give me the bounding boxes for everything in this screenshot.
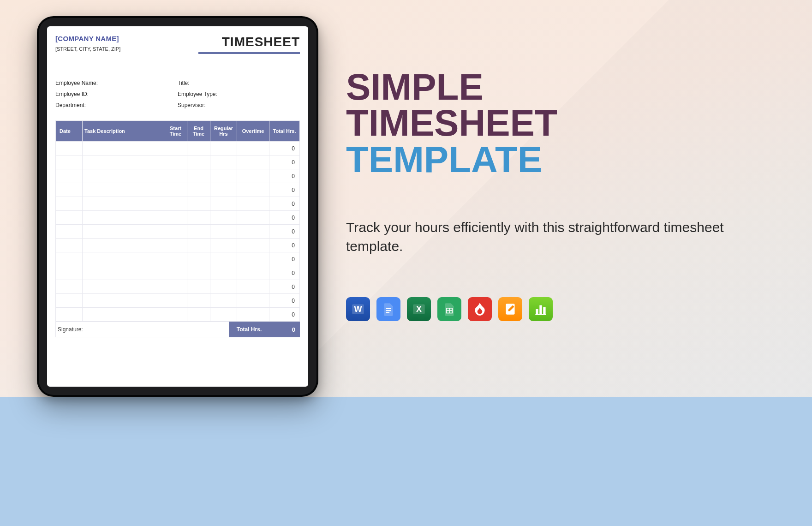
company-name-placeholder: [COMPANY NAME] [55, 35, 120, 42]
cell [164, 183, 187, 197]
cell [83, 252, 164, 266]
cell [237, 308, 269, 322]
cell [210, 225, 237, 239]
cell [164, 197, 187, 211]
table-row: 0 [56, 155, 300, 169]
cell-total: 0 [269, 294, 300, 308]
heading-line-1: SIMPLE [346, 66, 484, 108]
cell [83, 142, 164, 155]
cell [164, 142, 187, 155]
google-sheets-icon[interactable] [437, 297, 461, 321]
col-regular: Regular Hrs [210, 121, 237, 142]
document-title: TIMESHEET [198, 35, 300, 49]
signature-label: Signature: [55, 322, 229, 337]
cell [237, 183, 269, 197]
cell [237, 239, 269, 252]
cell-total: 0 [269, 225, 300, 239]
gsheet-glyph-icon [442, 301, 457, 317]
table-row: 0 [56, 308, 300, 322]
table-row: 0 [56, 225, 300, 239]
cell [83, 266, 164, 280]
cell [187, 155, 210, 169]
table-header-row: Date Task Description Start Time End Tim… [56, 121, 300, 142]
cell [210, 169, 237, 183]
cell [56, 225, 83, 239]
promo-heading: SIMPLE TIMESHEET TEMPLATE [346, 69, 784, 178]
table-footer: Signature: Total Hrs. 0 [55, 322, 300, 337]
cell [164, 266, 187, 280]
cell [56, 197, 83, 211]
cell [210, 266, 237, 280]
cell [164, 252, 187, 266]
cell [210, 211, 237, 225]
tablet-frame: [COMPANY NAME] [STREET, CITY, STATE, ZIP… [37, 16, 318, 397]
cell [164, 280, 187, 294]
cell [187, 239, 210, 252]
heading-line-2: TIMESHEET [346, 102, 557, 143]
cell-total: 0 [269, 155, 300, 169]
svg-text:W: W [354, 305, 362, 314]
cell-total: 0 [269, 169, 300, 183]
cell [210, 294, 237, 308]
cell [56, 252, 83, 266]
app-format-icons: W X [346, 297, 784, 321]
cell [164, 225, 187, 239]
excel-icon[interactable]: X [407, 297, 431, 321]
cell [56, 280, 83, 294]
background-band [0, 397, 812, 526]
footer-total-label: Total Hrs. [229, 322, 269, 337]
svg-rect-3 [386, 310, 391, 311]
promo-panel: SIMPLE TIMESHEET TEMPLATE Track your hou… [346, 69, 784, 321]
numbers-icon[interactable] [529, 297, 553, 321]
col-start: Start Time [164, 121, 187, 142]
cell [83, 280, 164, 294]
cell [187, 197, 210, 211]
pdf-icon[interactable] [468, 297, 492, 321]
cell [83, 294, 164, 308]
footer-total: Total Hrs. 0 [229, 322, 300, 337]
cell-total: 0 [269, 197, 300, 211]
table-row: 0 [56, 252, 300, 266]
col-end: End Time [187, 121, 210, 142]
col-date: Date [56, 121, 83, 142]
document-screen: [COMPANY NAME] [STREET, CITY, STATE, ZIP… [47, 26, 308, 387]
col-task: Task Description [83, 121, 164, 142]
google-docs-icon[interactable] [376, 297, 400, 321]
pages-glyph-icon [502, 301, 518, 317]
title-underline [198, 52, 300, 54]
cell [237, 211, 269, 225]
cell [187, 169, 210, 183]
cell [56, 155, 83, 169]
cell [187, 211, 210, 225]
company-block: [COMPANY NAME] [STREET, CITY, STATE, ZIP… [55, 35, 120, 52]
cell [187, 142, 210, 155]
cell [237, 169, 269, 183]
cell-total: 0 [269, 183, 300, 197]
svg-rect-13 [543, 307, 545, 314]
cell [210, 280, 237, 294]
pages-icon[interactable] [498, 297, 522, 321]
cell [237, 294, 269, 308]
cell [187, 308, 210, 322]
cell [56, 211, 83, 225]
address-placeholder: [STREET, CITY, STATE, ZIP] [55, 46, 120, 52]
cell [237, 197, 269, 211]
word-icon[interactable]: W [346, 297, 370, 321]
svg-rect-2 [386, 308, 391, 309]
table-row: 0 [56, 169, 300, 183]
cell [187, 183, 210, 197]
svg-rect-14 [535, 314, 546, 315]
pdf-glyph-icon [472, 301, 488, 317]
cell [210, 183, 237, 197]
cell [187, 252, 210, 266]
cell [187, 294, 210, 308]
table-row: 0 [56, 142, 300, 155]
cell [237, 280, 269, 294]
table-row: 0 [56, 239, 300, 252]
cell-total: 0 [269, 280, 300, 294]
numbers-glyph-icon [533, 301, 549, 317]
cell [83, 239, 164, 252]
cell-total: 0 [269, 142, 300, 155]
cell [210, 197, 237, 211]
cell [56, 169, 83, 183]
